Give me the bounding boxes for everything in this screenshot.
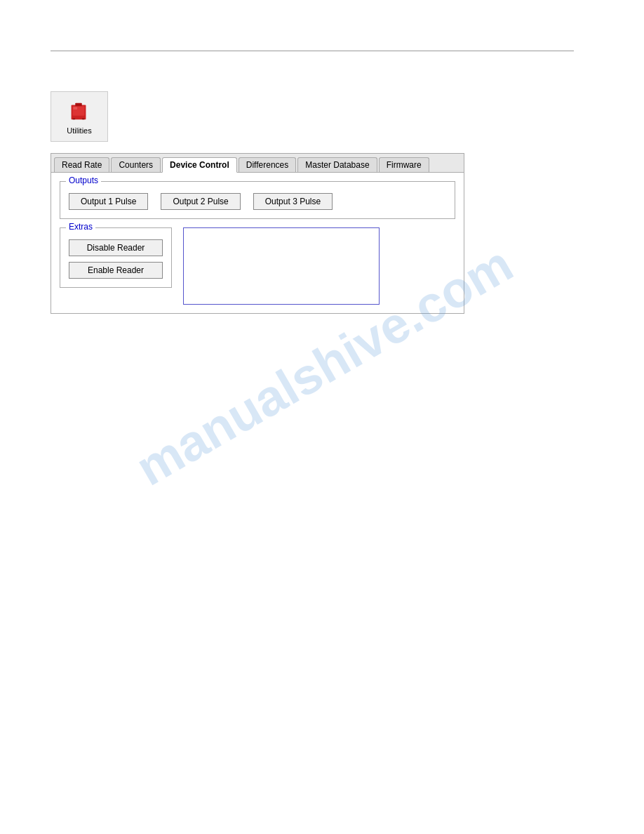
utilities-label: Utilities xyxy=(67,126,91,135)
tab-counters[interactable]: Counters xyxy=(111,157,161,172)
utilities-graphic xyxy=(66,98,93,125)
tab-master-database[interactable]: Master Database xyxy=(297,157,377,172)
enable-reader-button[interactable]: Enable Reader xyxy=(69,262,163,279)
utilities-svg-icon xyxy=(66,98,91,124)
outputs-group-label: Outputs xyxy=(66,176,101,185)
main-panel: Read Rate Counters Device Control Differ… xyxy=(51,153,464,314)
output2-pulse-button[interactable]: Output 2 Pulse xyxy=(161,193,240,210)
panel-content: Outputs Output 1 Pulse Output 2 Pulse Ou… xyxy=(51,173,464,313)
utilities-icon-button[interactable]: Utilities xyxy=(51,91,108,142)
extras-group: Extras Disable Reader Enable Reader xyxy=(60,227,172,288)
svg-rect-4 xyxy=(72,118,75,119)
output-text-area[interactable] xyxy=(183,227,380,305)
tab-firmware[interactable]: Firmware xyxy=(379,157,429,172)
svg-rect-5 xyxy=(82,118,85,119)
disable-reader-button[interactable]: Disable Reader xyxy=(69,239,163,256)
svg-rect-3 xyxy=(73,107,77,110)
extras-group-label: Extras xyxy=(66,222,95,232)
top-rule xyxy=(51,51,574,51)
tab-bar: Read Rate Counters Device Control Differ… xyxy=(51,154,464,173)
output3-pulse-button[interactable]: Output 3 Pulse xyxy=(253,193,333,210)
tab-read-rate[interactable]: Read Rate xyxy=(54,157,109,172)
tab-differences[interactable]: Differences xyxy=(239,157,296,172)
extras-buttons-col: Disable Reader Enable Reader xyxy=(69,239,163,279)
svg-rect-2 xyxy=(75,103,81,107)
outputs-buttons-row: Output 1 Pulse Output 2 Pulse Output 3 P… xyxy=(69,193,446,210)
extras-row: Extras Disable Reader Enable Reader xyxy=(60,227,455,305)
tab-device-control[interactable]: Device Control xyxy=(162,157,237,173)
outputs-group: Outputs Output 1 Pulse Output 2 Pulse Ou… xyxy=(60,181,455,219)
output1-pulse-button[interactable]: Output 1 Pulse xyxy=(69,193,148,210)
